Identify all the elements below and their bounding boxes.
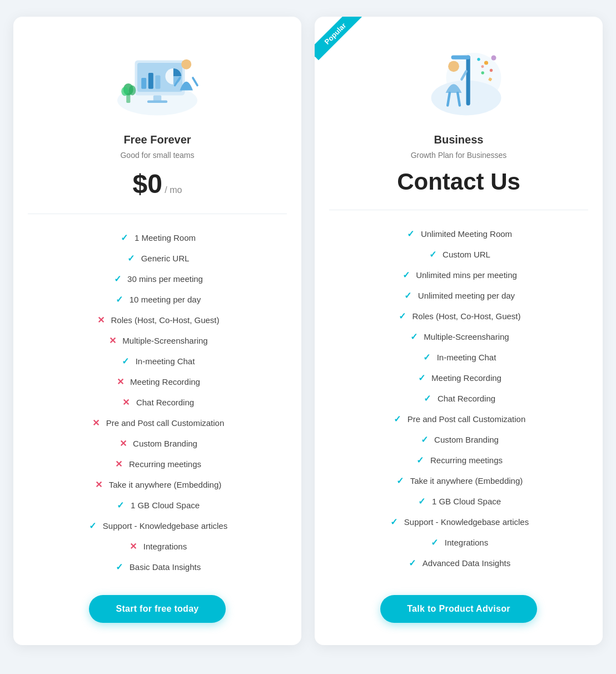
check-icon: ✓ [119,232,130,243]
feature-item: ✕ Multiple-Screensharing [24,330,290,351]
feature-item: ✓ Support - Knowledgebase articles [326,512,592,532]
feature-item: ✕ Pre and Post call Customization [24,413,290,433]
price-divider [28,214,287,214]
feature-item: ✓ Meeting Recording [326,368,592,388]
feature-text: Integrations [445,538,488,547]
check-icon: ✓ [115,500,126,511]
plan-price: Contact Us [397,168,520,195]
feature-text: Roles (Host, Co-Host, Guest) [412,311,520,321]
plan-illustration [107,33,207,122]
check-icon: ✓ [114,294,125,305]
svg-line-11 [193,78,197,86]
feature-item: ✓ Pre and Post call Customization [326,409,592,429]
check-icon: ✓ [395,475,406,486]
plan-subtitle: Good for small teams [120,151,194,160]
feature-text: Recurring meetings [129,459,201,469]
check-icon: ✓ [389,517,400,527]
svg-point-20 [448,61,459,72]
check-icon: ✓ [416,373,427,383]
feature-text: Meeting Recording [130,377,200,386]
feature-text: Pre and Post call Customization [106,418,225,428]
check-icon: ✓ [419,434,430,445]
feature-item: ✓ Generic URL [24,248,290,269]
feature-text: 1 GB Cloud Space [131,500,200,510]
check-icon: ✓ [403,290,414,301]
feature-item: ✓ In-meeting Chat [326,347,592,368]
check-icon: ✓ [421,352,433,363]
feature-text: Generic URL [141,254,190,263]
check-icon: ✓ [87,521,98,531]
cross-icon: ✕ [107,335,118,346]
feature-text: Custom URL [443,250,490,259]
cross-icon: ✕ [93,479,105,490]
feature-item: ✕ Meeting Recording [24,371,290,392]
feature-text: 1 Meeting Room [135,233,196,242]
cross-icon: ✕ [121,397,132,408]
svg-rect-4 [148,73,153,89]
price-period: / mo [162,185,182,195]
feature-item: ✓ Basic Data Insights [24,557,290,577]
svg-rect-3 [141,78,146,89]
svg-rect-8 [147,101,167,103]
feature-text: Unlimited meeting per day [418,291,515,300]
feature-text: 10 meeting per day [130,295,201,304]
feature-text: Roles (Host, Co-Host, Guest) [111,315,219,325]
plan-subtitle: Growth Plan for Businesses [411,151,507,160]
features-list: ✓ 1 Meeting Room ✓ Generic URL ✓ 30 mins… [13,227,301,577]
check-icon: ✓ [126,253,137,264]
price-divider [329,210,588,210]
feature-text: Unlimited mins per meeting [416,270,517,280]
feature-item: ✓ 1 GB Cloud Space [326,491,592,512]
check-icon: ✓ [392,414,403,424]
feature-text: In-meeting Chat [136,356,195,366]
pricing-card-free: Free Forever Good for small teams $0 / m… [13,17,301,645]
svg-rect-5 [155,76,160,89]
check-icon: ✓ [112,274,123,284]
feature-item: ✓ Unlimited Meeting Room [326,224,592,244]
feature-item: ✓ Unlimited mins per meeting [326,265,592,285]
check-icon: ✓ [407,558,418,568]
check-icon: ✓ [400,270,411,280]
feature-item: ✓ Advanced Data Insights [326,553,592,573]
feature-text: Multiple-Screensharing [424,332,509,341]
feature-item: ✕ Chat Recording [24,392,290,413]
svg-rect-18 [466,56,470,106]
svg-rect-19 [451,56,470,60]
cta-button[interactable]: Start for free today [89,595,225,623]
pricing-container: Free Forever Good for small teams $0 / m… [13,17,603,645]
feature-item: ✓ Integrations [326,532,592,553]
pricing-card-business: Popular [315,17,603,645]
feature-text: Take it anywhere (Embedding) [410,476,523,485]
popular-label: Popular [315,17,362,60]
feature-item: ✓ 1 Meeting Room [24,227,290,248]
plan-name: Free Forever [123,133,191,146]
svg-point-14 [121,87,128,96]
price-contact-text: Contact Us [397,168,520,195]
plan-name: Business [434,133,484,146]
plan-price: $0 / mo [133,168,182,199]
feature-item: ✕ Roles (Host, Co-Host, Guest) [24,310,290,330]
feature-text: Unlimited Meeting Room [421,229,512,239]
feature-text: Recurring meetings [430,455,503,465]
check-icon: ✓ [415,455,426,465]
feature-item: ✓ Unlimited meeting per day [326,285,592,306]
features-list: ✓ Unlimited Meeting Room ✓ Custom URL ✓ … [315,224,603,573]
feature-item: ✓ Take it anywhere (Embedding) [326,470,592,491]
svg-point-24 [484,61,488,65]
feature-text: Custom Branding [434,435,499,444]
svg-point-17 [446,53,501,103]
check-icon: ✓ [422,393,433,404]
feature-item: ✓ Support - Knowledgebase articles [24,516,290,536]
check-icon: ✓ [396,311,408,321]
check-icon: ✓ [427,249,438,260]
svg-point-9 [181,60,191,70]
feature-text: Take it anywhere (Embedding) [109,480,222,489]
svg-point-26 [481,71,484,74]
feature-item: ✕ Custom Branding [24,433,290,454]
cta-button[interactable]: Talk to Product Advisor [380,595,537,623]
cross-icon: ✕ [95,315,106,325]
feature-text: Basic Data Insights [130,562,201,572]
feature-item: ✓ Custom URL [326,244,592,265]
feature-text: 30 mins per meeting [127,274,203,284]
svg-point-25 [490,69,493,72]
